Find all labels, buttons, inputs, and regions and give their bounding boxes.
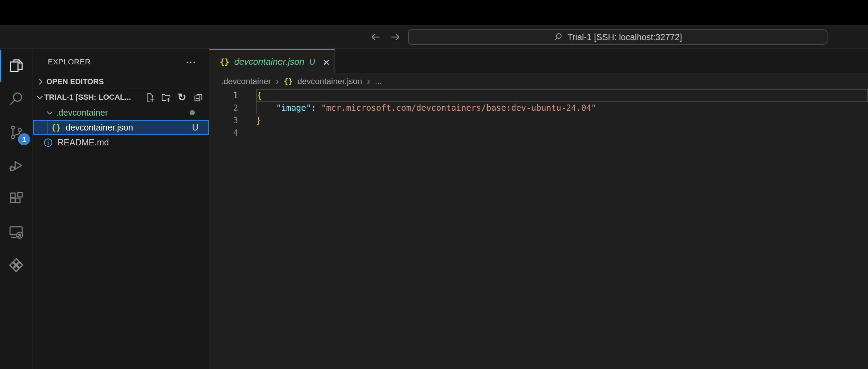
folder-name: .devcontainer — [56, 108, 108, 118]
code-token: "image" — [276, 103, 311, 113]
editor-group: {} devcontainer.json U × .devcontainer ›… — [209, 49, 868, 369]
remote-explorer-icon — [8, 224, 25, 240]
debug-play-bug-icon — [8, 157, 25, 174]
json-file-icon: {} — [51, 123, 61, 132]
open-editors-label: OPEN EDITORS — [46, 77, 104, 86]
tab-devcontainer-json[interactable]: {} devcontainer.json U × — [209, 49, 335, 73]
git-untracked-badge: U — [192, 123, 198, 133]
json-file-icon: {} — [284, 77, 292, 86]
diamond-grid-icon — [8, 257, 25, 273]
tab-bar: {} devcontainer.json U × — [209, 49, 868, 73]
chevron-right-icon: › — [276, 76, 279, 87]
info-icon — [43, 137, 53, 148]
line-content[interactable]: { — [256, 89, 868, 102]
breadcrumb-folder[interactable]: .devcontainer — [221, 76, 271, 86]
chevron-right-icon — [36, 77, 45, 86]
code-line: 3} — [209, 114, 868, 127]
scm-changes-badge: 1 — [18, 133, 30, 145]
search-icon — [8, 91, 25, 107]
open-editors-section[interactable]: OPEN EDITORS — [33, 74, 209, 89]
refresh-icon: ↻ — [178, 92, 186, 102]
code-token: : — [311, 103, 321, 113]
code-token: { — [257, 91, 262, 100]
tree-item-devcontainer-folder[interactable]: .devcontainer — [33, 105, 209, 120]
file-name: devcontainer.json — [66, 123, 133, 133]
breadcrumbs: .devcontainer › {} devcontainer.json › .… — [209, 73, 868, 89]
file-name: README.md — [57, 137, 109, 147]
git-modified-dot-badge — [190, 110, 195, 115]
activity-bar: 1 — [0, 49, 33, 369]
new-file-button[interactable] — [144, 92, 155, 103]
menu-bar-strip — [0, 0, 868, 25]
line-number[interactable]: 1 — [209, 89, 256, 102]
code-line: 2 "image": "mcr.microsoft.com/devcontain… — [209, 102, 868, 114]
activity-item-run-debug[interactable] — [0, 149, 33, 182]
activity-item-source-control[interactable]: 1 — [0, 116, 33, 149]
chevron-right-icon: › — [367, 76, 370, 87]
workspace-label: TRIAL-1 [SSH: LOCAL... — [44, 93, 144, 102]
line-number[interactable]: 3 — [209, 114, 256, 127]
chevron-down-icon — [35, 93, 44, 102]
collapse-all-button[interactable] — [193, 92, 204, 103]
code-line: 4 — [209, 127, 868, 139]
sidebar-header: EXPLORER ⋯ — [33, 49, 209, 74]
line-number[interactable]: 4 — [209, 127, 256, 139]
json-file-icon: {} — [220, 57, 229, 66]
new-folder-icon — [161, 92, 171, 103]
chevron-down-icon — [45, 108, 54, 117]
indent-guide — [47, 121, 48, 134]
tree-item-devcontainer-json[interactable]: {} devcontainer.json U — [33, 120, 209, 135]
files-icon — [8, 57, 25, 74]
line-content[interactable] — [256, 127, 868, 139]
new-file-icon — [144, 92, 155, 103]
activity-item-explorer[interactable] — [0, 49, 33, 82]
code-token: } — [256, 116, 261, 125]
forward-arrow-icon[interactable] — [390, 31, 401, 43]
line-content[interactable]: "image": "mcr.microsoft.com/devcontainer… — [256, 102, 868, 114]
tree-item-readme[interactable]: README.md — [33, 135, 209, 150]
tab-label: devcontainer.json — [234, 56, 305, 67]
title-bar: Trial-1 [SSH: localhost:32772] — [0, 25, 868, 49]
breadcrumb-file[interactable]: devcontainer.json — [297, 76, 362, 86]
activity-item-extensions[interactable] — [0, 182, 33, 215]
indent-guide — [256, 102, 257, 114]
tab-bar-empty-space — [335, 49, 868, 73]
code-token — [256, 103, 276, 113]
sidebar-title: EXPLORER — [48, 57, 91, 66]
workspace-section-header[interactable]: TRIAL-1 [SSH: LOCAL... ↻ — [33, 89, 209, 105]
command-center-title: Trial-1 [SSH: localhost:32772] — [567, 32, 682, 42]
line-content[interactable]: } — [256, 114, 868, 127]
close-tab-icon[interactable]: × — [323, 56, 330, 68]
line-number[interactable]: 2 — [209, 102, 256, 114]
activity-item-remote-targets[interactable] — [0, 249, 33, 282]
code-token: "mcr.microsoft.com/devcontainers/base:de… — [321, 103, 596, 113]
activity-item-remote-explorer[interactable] — [0, 215, 33, 249]
extensions-icon — [8, 190, 25, 207]
back-arrow-icon[interactable] — [370, 31, 381, 43]
command-center[interactable]: Trial-1 [SSH: localhost:32772] — [408, 29, 828, 45]
tab-git-status: U — [309, 57, 315, 67]
new-folder-button[interactable] — [160, 92, 171, 103]
code-line: 1{ — [209, 89, 868, 102]
more-actions-icon[interactable]: ⋯ — [186, 57, 197, 67]
code-area[interactable]: 1{2 "image": "mcr.microsoft.com/devconta… — [209, 89, 868, 369]
search-icon — [553, 32, 563, 42]
refresh-button[interactable]: ↻ — [177, 92, 188, 103]
activity-item-search[interactable] — [0, 82, 33, 116]
explorer-sidebar: EXPLORER ⋯ OPEN EDITORS TRIAL-1 [SSH: LO… — [33, 49, 209, 369]
collapse-all-icon — [193, 92, 204, 103]
history-nav — [370, 25, 401, 48]
workspace-actions: ↻ — [144, 92, 209, 103]
breadcrumb-symbol[interactable]: ... — [375, 76, 382, 86]
